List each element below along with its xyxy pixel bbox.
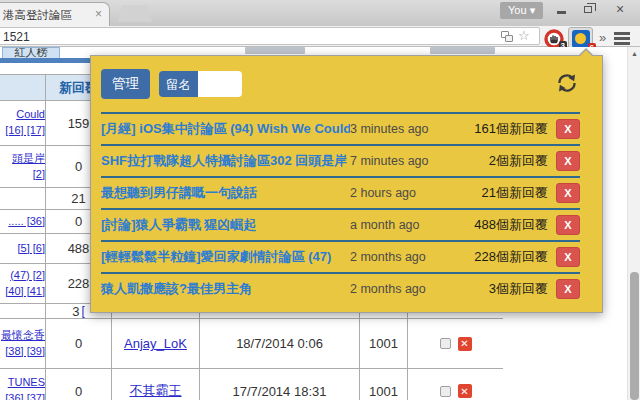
- delete-icon[interactable]: ✕: [458, 337, 472, 351]
- last-reply-time: 17/7/2014 18:31: [200, 369, 360, 400]
- scrollbar-thumb[interactable]: [630, 272, 639, 400]
- name-label: 留名: [159, 71, 198, 97]
- new-reply-count: 2個新回覆: [444, 152, 548, 170]
- last-reply-time: 18/7/2014 0:06: [200, 319, 360, 368]
- window-restore-button[interactable]: [576, 2, 600, 17]
- refresh-button[interactable]: [554, 70, 580, 99]
- minimize-icon: [557, 11, 566, 14]
- thread-link[interactable]: ..... [36]: [8, 214, 45, 230]
- thread-link[interactable]: 最懷念香 [38] [39]: [0, 328, 45, 360]
- row-checkbox[interactable]: [440, 338, 451, 349]
- tab-close-icon[interactable]: ×: [95, 7, 102, 21]
- name-input[interactable]: [198, 71, 242, 97]
- dismiss-button[interactable]: X: [556, 151, 580, 171]
- thread-title-link[interactable]: 最想聽到男仔講嘅一句說話: [101, 184, 350, 202]
- popup-header: 管理 留名: [91, 56, 602, 99]
- time-ago: 2 months ago: [350, 250, 444, 264]
- page-link[interactable]: [: [81, 304, 84, 318]
- thread-title-link[interactable]: [討論]猿人爭霸戰 猩凶崛起: [101, 216, 350, 234]
- notification-row: [輕輕鬆鬆半粒鐘]愛回家劇情討論區 (47) 2 months ago 228個…: [101, 240, 580, 272]
- time-ago: 2 hours ago: [350, 186, 444, 200]
- refresh-icon: [554, 70, 580, 96]
- thread-title-link[interactable]: [月經] iOS集中討論區 (94) Wish We Could Say Mor…: [101, 120, 350, 138]
- views-count: 1001: [360, 319, 408, 368]
- thread-link[interactable]: Could [16] [17]: [0, 107, 45, 139]
- thread-title-link[interactable]: [輕輕鬆鬆半粒鐘]愛回家劇情討論區 (47): [101, 248, 350, 266]
- time-ago: 2 months ago: [350, 282, 444, 296]
- time-ago: 3 minutes ago: [350, 122, 444, 136]
- new-reply-count: 161個新回覆: [444, 120, 548, 138]
- author-link[interactable]: Anjay_LoK: [124, 336, 187, 351]
- manage-button[interactable]: 管理: [101, 69, 150, 99]
- table-row: 最懷念香 [38] [39] 0 Anjay_LoK 18/7/2014 0:0…: [0, 319, 503, 369]
- notification-row: [月經] iOS集中討論區 (94) Wish We Could Say Mor…: [101, 112, 580, 144]
- close-icon: ×: [616, 3, 624, 16]
- dismiss-button[interactable]: X: [556, 183, 580, 203]
- dismiss-button[interactable]: X: [556, 215, 580, 235]
- author-link[interactable]: 不其霸王: [130, 382, 182, 400]
- thread-link[interactable]: [5] [6]: [17, 241, 45, 257]
- thread-link[interactable]: (47) [2] [40] [41]: [0, 268, 45, 300]
- reply-count: 3: [72, 304, 79, 318]
- thread-link[interactable]: 頭是岸 [2]: [0, 151, 45, 183]
- caret-down-icon: ▾: [530, 4, 536, 16]
- new-tab-button[interactable]: [118, 5, 152, 22]
- row-checkbox[interactable]: [440, 386, 451, 397]
- forum-page: 紅人榜 新回覆 Could [16] [17] 159 頭是岸 [2] 0 21…: [0, 47, 640, 400]
- chrome-menu-icon[interactable]: [614, 32, 630, 47]
- notification-row: SHF拉打戰隊超人特攝討論區302 回頭是岸 7 minutes ago 2個新…: [101, 144, 580, 176]
- extension-popup: 管理 留名 [月經] iOS集中討論區 (94) Wish We Could S…: [90, 55, 603, 313]
- thread-link[interactable]: TUNES [36] [37]: [0, 375, 45, 400]
- dismiss-button[interactable]: X: [556, 119, 580, 139]
- scrollbar-up-arrow-icon[interactable]: ▲: [631, 50, 638, 57]
- notification-row: 猿人凱撒應該?最佳男主角 2 months ago 3個新回覆 X: [101, 272, 580, 304]
- new-reply-count: 21個新回覆: [444, 184, 548, 202]
- new-reply-count: 228個新回覆: [444, 248, 548, 266]
- tab-title: 港高登討論區: [3, 8, 72, 23]
- new-reply-count: 488個新回覆: [444, 216, 548, 234]
- bookmark-star-icon[interactable]: ☆: [518, 28, 530, 43]
- time-ago: a month ago: [350, 218, 444, 232]
- name-field-group: 留名: [159, 71, 242, 97]
- nav-fragment: [245, 47, 305, 54]
- page-scrollbar[interactable]: ▲: [627, 47, 640, 400]
- tab-strip: 港高登討論區 × You ▾ ×: [0, 0, 640, 26]
- thread-title-link[interactable]: 猿人凱撒應該?最佳男主角: [101, 280, 350, 298]
- extension-stop-hand-button[interactable]: 3: [544, 29, 564, 49]
- thread-title-link[interactable]: SHF拉打戰隊超人特攝討論區302 回頭是岸: [101, 152, 350, 170]
- dismiss-button[interactable]: X: [556, 247, 580, 267]
- toolbar-overflow-icon[interactable]: »: [599, 30, 606, 45]
- reply-count: 0: [46, 369, 112, 400]
- notification-row: [討論]猿人爭霸戰 猩凶崛起 a month ago 488個新回覆 X: [101, 208, 580, 240]
- window-minimize-button[interactable]: [549, 2, 573, 17]
- views-count: 1001: [360, 369, 408, 400]
- nav-fragment: [430, 47, 495, 54]
- browser-tab[interactable]: 港高登討論區 ×: [0, 2, 110, 26]
- reader-mode-icon[interactable]: [501, 31, 513, 42]
- time-ago: 7 minutes ago: [350, 154, 444, 168]
- address-bar[interactable]: 1521 ☆: [0, 27, 540, 45]
- notification-row: 最想聽到男仔講嘅一句說話 2 hours ago 21個新回覆 X: [101, 176, 580, 208]
- new-reply-count: 3個新回覆: [444, 280, 548, 298]
- url-text: 1521: [3, 30, 30, 44]
- notification-list: [月經] iOS集中討論區 (94) Wish We Could Say Mor…: [101, 112, 580, 304]
- restore-icon: [584, 6, 592, 13]
- window-close-button[interactable]: ×: [608, 2, 632, 17]
- delete-icon[interactable]: ✕: [458, 384, 472, 398]
- dismiss-button[interactable]: X: [556, 279, 580, 299]
- profile-button[interactable]: You ▾: [500, 2, 543, 19]
- reply-count: 0: [46, 319, 112, 368]
- table-row: TUNES [36] [37] 0 不其霸王 17/7/2014 18:31 1…: [0, 369, 503, 400]
